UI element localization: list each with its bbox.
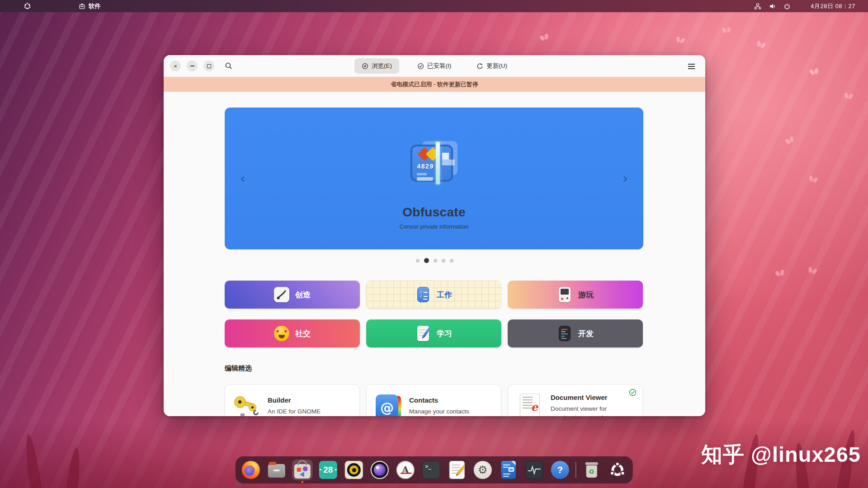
volume-icon (769, 3, 776, 9)
dock-item-libreoffice-writer[interactable] (498, 460, 519, 480)
carousel-dot[interactable] (450, 259, 453, 263)
category-create[interactable]: 创造 (225, 281, 360, 309)
dock-item-system-monitor[interactable] (524, 460, 545, 480)
minimize-icon (190, 66, 194, 66)
minimize-button[interactable] (187, 61, 198, 71)
paper-pen-icon (415, 326, 431, 341)
obfuscate-app-icon: 4829 (408, 136, 460, 188)
category-work-label: 工作 (437, 290, 452, 300)
system-status-area[interactable]: 4月28日 08：27 (754, 0, 868, 12)
dock-item-show-apps[interactable] (607, 460, 627, 480)
tab-installed-label: 已安装(I) (427, 62, 451, 70)
speaker-icon (345, 461, 363, 479)
carousel-next-button[interactable]: › (623, 172, 628, 185)
dock-item-software[interactable] (292, 460, 313, 480)
dock-item-trash[interactable]: ♻ (581, 460, 602, 480)
explore-page: ‹ › 4829 Obfuscate Censor (164, 92, 705, 416)
app-card-subtitle: Manage your contacts (409, 407, 469, 416)
dock-item-settings[interactable]: ⚙ (472, 460, 493, 480)
headerbar: × 浏览(E) (164, 55, 705, 77)
app-card-title: Contacts (409, 396, 469, 404)
carousel-dot[interactable] (434, 259, 437, 263)
category-develop-label: 开发 (578, 328, 594, 339)
dock-item-help[interactable]: ? (550, 460, 571, 480)
heartbeat-monitor-icon (525, 461, 543, 479)
app-card-title: Builder (268, 396, 321, 404)
category-develop[interactable]: 开发 (508, 319, 643, 347)
category-work[interactable]: ✓ ✓ 工作 (366, 281, 501, 309)
hamburger-icon (688, 64, 695, 65)
writer-document-icon (501, 461, 516, 479)
gear-icon: ⚙ (474, 461, 492, 479)
app-card-document-viewer[interactable]: e Document Viewer Document viewer for po… (508, 384, 643, 416)
tab-updates-label: 更新(U) (486, 62, 507, 70)
software-bag-icon (294, 464, 311, 479)
document-viewer-app-icon: e (516, 394, 543, 416)
close-button[interactable]: × (170, 61, 181, 71)
category-play-label: 游玩 (578, 290, 594, 300)
featured-carousel-obfuscate[interactable]: ‹ › 4829 Obfuscate Censor (225, 108, 643, 249)
heart-eyes-emoji-icon: ♥ ♥ (274, 326, 289, 341)
firefox-icon (242, 461, 260, 479)
tab-explore-label: 浏览(E) (372, 62, 392, 70)
dock-separator (576, 462, 576, 478)
top-bar: 软件 4月28日 08：27 (0, 0, 868, 12)
calendar-icon: 28 (319, 461, 337, 479)
app-card-builder[interactable]: Builder An IDE for GNOME (225, 384, 360, 416)
clock-date[interactable]: 4月28日 08：27 (811, 2, 855, 10)
dock-item-terminal[interactable]: >_ (421, 460, 442, 480)
checklist-icon: ✓ ✓ (415, 287, 431, 302)
view-switcher: 浏览(E) 已安装(I) 更新(U) (354, 55, 514, 77)
category-socialize[interactable]: ♥ ♥ 社交 (225, 319, 360, 347)
power-saver-banner: 省电模式已启用 - 软件更新已暂停 (164, 77, 705, 92)
carousel-dot[interactable] (416, 259, 420, 263)
category-create-label: 创造 (295, 290, 311, 300)
carousel-dot[interactable] (442, 259, 445, 263)
compass-icon (362, 63, 368, 70)
dock-item-calendar[interactable]: 28 (318, 460, 339, 480)
evince-e-glyph: e (531, 400, 538, 413)
carousel-dots (164, 258, 705, 263)
camera-lens-icon (371, 461, 389, 479)
tab-installed[interactable]: 已安装(I) (410, 58, 458, 74)
tab-explore[interactable]: 浏览(E) (354, 58, 399, 74)
dock-item-firefox[interactable] (241, 460, 261, 480)
carousel-app-title: Obfuscate (225, 205, 643, 220)
category-play[interactable]: 游玩 (508, 281, 643, 309)
dock-item-text-editor[interactable] (447, 460, 467, 480)
category-socialize-label: 社交 (295, 328, 311, 339)
app-card-contacts[interactable]: @ Contacts Manage your contacts (366, 384, 501, 416)
app-card-title: Document Viewer (551, 394, 623, 401)
ubuntu-logo-icon[interactable] (24, 2, 31, 10)
text-editor-pencil-icon (449, 461, 465, 479)
carousel-prev-button[interactable]: ‹ (240, 172, 245, 185)
dock-item-camera[interactable] (369, 460, 390, 480)
dock: 28 A >_ ⚙ ? ♻ (236, 456, 633, 483)
dock-item-font-viewer[interactable]: A (395, 460, 416, 480)
installed-badge-icon (629, 389, 637, 396)
focused-app-name: 软件 (89, 2, 101, 10)
category-learn[interactable]: 学习 (366, 319, 501, 347)
search-icon (225, 62, 233, 70)
check-circle-icon (417, 63, 424, 70)
help-question-icon: ? (551, 461, 569, 479)
files-folder-icon (268, 464, 285, 478)
carousel-dot[interactable] (424, 258, 429, 263)
maximize-button[interactable] (203, 61, 214, 71)
chevron-left-icon: ‹ (240, 170, 245, 186)
dock-item-files[interactable] (266, 460, 287, 480)
paintbrush-icon (274, 287, 289, 302)
contacts-app-icon: @ (375, 394, 402, 416)
tab-updates[interactable]: 更新(U) (469, 58, 514, 74)
dock-item-rhythmbox[interactable] (344, 460, 364, 480)
chevron-right-icon: › (623, 170, 628, 186)
search-button[interactable] (225, 62, 233, 70)
featured-section-heading: 编辑精选 (225, 364, 252, 373)
software-bag-icon (79, 3, 85, 9)
primary-menu-button[interactable] (684, 61, 698, 72)
featured-cards: Builder An IDE for GNOME @ Contacts Mana… (225, 384, 643, 416)
focused-app-menu[interactable]: 软件 (75, 0, 104, 12)
maximize-icon (207, 64, 211, 68)
letter-a-icon: A (396, 461, 415, 479)
power-icon (784, 3, 790, 9)
